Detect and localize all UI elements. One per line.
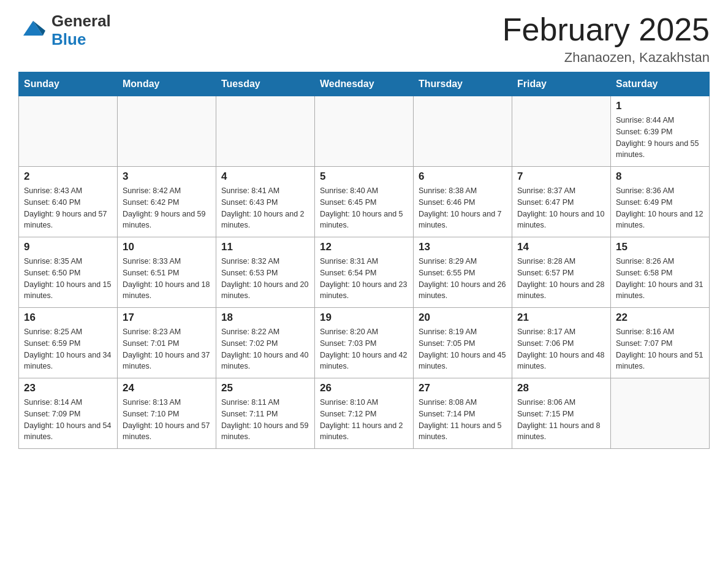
day-info: Sunrise: 8:44 AMSunset: 6:39 PMDaylight:… <box>616 115 704 161</box>
day-number: 3 <box>123 170 211 183</box>
calendar-day <box>19 96 118 167</box>
days-of-week-row: Sunday Monday Tuesday Wednesday Thursday… <box>19 72 710 96</box>
col-sunday: Sunday <box>19 72 118 96</box>
calendar-day: 16Sunrise: 8:25 AMSunset: 6:59 PMDayligh… <box>19 308 118 378</box>
day-number: 25 <box>221 382 309 394</box>
calendar-day: 1Sunrise: 8:44 AMSunset: 6:39 PMDaylight… <box>611 96 710 167</box>
col-thursday: Thursday <box>414 72 512 96</box>
day-info: Sunrise: 8:11 AMSunset: 7:11 PMDaylight:… <box>221 397 309 443</box>
calendar-day: 4Sunrise: 8:41 AMSunset: 6:43 PMDaylight… <box>216 167 315 237</box>
day-number: 23 <box>24 382 112 394</box>
logo: General Blue <box>18 12 111 49</box>
day-info: Sunrise: 8:20 AMSunset: 7:03 PMDaylight:… <box>320 326 408 372</box>
day-number: 21 <box>517 312 605 324</box>
col-wednesday: Wednesday <box>315 72 414 96</box>
logo-blue: Blue <box>51 31 111 49</box>
day-info: Sunrise: 8:35 AMSunset: 6:50 PMDaylight:… <box>24 256 112 302</box>
day-number: 26 <box>320 382 408 394</box>
day-info: Sunrise: 8:29 AMSunset: 6:55 PMDaylight:… <box>419 256 507 302</box>
logo-general: General <box>51 12 111 31</box>
calendar-day: 22Sunrise: 8:16 AMSunset: 7:07 PMDayligh… <box>611 308 710 378</box>
day-info: Sunrise: 8:26 AMSunset: 6:58 PMDaylight:… <box>616 256 704 302</box>
day-info: Sunrise: 8:42 AMSunset: 6:42 PMDaylight:… <box>123 185 211 231</box>
day-number: 8 <box>616 170 704 183</box>
calendar-day: 21Sunrise: 8:17 AMSunset: 7:06 PMDayligh… <box>512 308 611 378</box>
day-number: 22 <box>616 312 704 324</box>
calendar-day: 8Sunrise: 8:36 AMSunset: 6:49 PMDaylight… <box>611 167 710 237</box>
day-info: Sunrise: 8:06 AMSunset: 7:15 PMDaylight:… <box>517 397 605 443</box>
col-tuesday: Tuesday <box>216 72 315 96</box>
day-number: 20 <box>419 312 507 324</box>
calendar-day: 9Sunrise: 8:35 AMSunset: 6:50 PMDaylight… <box>19 237 118 308</box>
day-info: Sunrise: 8:38 AMSunset: 6:46 PMDaylight:… <box>419 185 507 231</box>
day-number: 14 <box>517 241 605 253</box>
day-number: 10 <box>123 241 211 253</box>
day-info: Sunrise: 8:08 AMSunset: 7:14 PMDaylight:… <box>419 397 507 443</box>
calendar-day: 25Sunrise: 8:11 AMSunset: 7:11 PMDayligh… <box>216 378 315 449</box>
day-number: 1 <box>616 100 704 112</box>
day-info: Sunrise: 8:19 AMSunset: 7:05 PMDaylight:… <box>419 326 507 372</box>
calendar-week-2: 9Sunrise: 8:35 AMSunset: 6:50 PMDaylight… <box>19 237 710 308</box>
calendar-week-3: 16Sunrise: 8:25 AMSunset: 6:59 PMDayligh… <box>19 308 710 378</box>
calendar-day: 15Sunrise: 8:26 AMSunset: 6:58 PMDayligh… <box>611 237 710 308</box>
day-info: Sunrise: 8:33 AMSunset: 6:51 PMDaylight:… <box>123 256 211 302</box>
calendar-week-1: 2Sunrise: 8:43 AMSunset: 6:40 PMDaylight… <box>19 167 710 237</box>
calendar-day <box>512 96 611 167</box>
calendar-day: 2Sunrise: 8:43 AMSunset: 6:40 PMDaylight… <box>19 167 118 237</box>
day-info: Sunrise: 8:14 AMSunset: 7:09 PMDaylight:… <box>24 397 112 443</box>
col-friday: Friday <box>512 72 611 96</box>
calendar-table: Sunday Monday Tuesday Wednesday Thursday… <box>18 72 710 449</box>
calendar-day: 28Sunrise: 8:06 AMSunset: 7:15 PMDayligh… <box>512 378 611 449</box>
day-number: 2 <box>24 170 112 183</box>
day-number: 5 <box>320 170 408 183</box>
day-number: 4 <box>221 170 309 183</box>
calendar-day: 6Sunrise: 8:38 AMSunset: 6:46 PMDaylight… <box>414 167 512 237</box>
calendar-week-0: 1Sunrise: 8:44 AMSunset: 6:39 PMDaylight… <box>19 96 710 167</box>
day-info: Sunrise: 8:10 AMSunset: 7:12 PMDaylight:… <box>320 397 408 443</box>
day-number: 13 <box>419 241 507 253</box>
location: Zhanaozen, Kazakhstan <box>502 50 710 66</box>
logo-text: General Blue <box>51 12 111 49</box>
day-number: 24 <box>123 382 211 394</box>
day-info: Sunrise: 8:28 AMSunset: 6:57 PMDaylight:… <box>517 256 605 302</box>
day-number: 16 <box>24 312 112 324</box>
calendar-day <box>414 96 512 167</box>
day-info: Sunrise: 8:37 AMSunset: 6:47 PMDaylight:… <box>517 185 605 231</box>
calendar-day: 3Sunrise: 8:42 AMSunset: 6:42 PMDaylight… <box>118 167 216 237</box>
day-number: 17 <box>123 312 211 324</box>
calendar-day <box>118 96 216 167</box>
calendar-day: 10Sunrise: 8:33 AMSunset: 6:51 PMDayligh… <box>118 237 216 308</box>
month-title: February 2025 <box>502 12 710 47</box>
day-info: Sunrise: 8:25 AMSunset: 6:59 PMDaylight:… <box>24 326 112 372</box>
calendar-day: 26Sunrise: 8:10 AMSunset: 7:12 PMDayligh… <box>315 378 414 449</box>
calendar-day: 20Sunrise: 8:19 AMSunset: 7:05 PMDayligh… <box>414 308 512 378</box>
day-info: Sunrise: 8:22 AMSunset: 7:02 PMDaylight:… <box>221 326 309 372</box>
day-number: 9 <box>24 241 112 253</box>
calendar-day: 23Sunrise: 8:14 AMSunset: 7:09 PMDayligh… <box>19 378 118 449</box>
calendar-week-4: 23Sunrise: 8:14 AMSunset: 7:09 PMDayligh… <box>19 378 710 449</box>
calendar-day: 18Sunrise: 8:22 AMSunset: 7:02 PMDayligh… <box>216 308 315 378</box>
day-info: Sunrise: 8:32 AMSunset: 6:53 PMDaylight:… <box>221 256 309 302</box>
calendar-day: 12Sunrise: 8:31 AMSunset: 6:54 PMDayligh… <box>315 237 414 308</box>
day-info: Sunrise: 8:16 AMSunset: 7:07 PMDaylight:… <box>616 326 704 372</box>
day-info: Sunrise: 8:13 AMSunset: 7:10 PMDaylight:… <box>123 397 211 443</box>
day-number: 28 <box>517 382 605 394</box>
day-info: Sunrise: 8:40 AMSunset: 6:45 PMDaylight:… <box>320 185 408 231</box>
calendar-day: 7Sunrise: 8:37 AMSunset: 6:47 PMDaylight… <box>512 167 611 237</box>
day-number: 6 <box>419 170 507 183</box>
day-info: Sunrise: 8:17 AMSunset: 7:06 PMDaylight:… <box>517 326 605 372</box>
day-number: 18 <box>221 312 309 324</box>
calendar-body: 1Sunrise: 8:44 AMSunset: 6:39 PMDaylight… <box>19 96 710 449</box>
col-monday: Monday <box>118 72 216 96</box>
calendar-day: 24Sunrise: 8:13 AMSunset: 7:10 PMDayligh… <box>118 378 216 449</box>
day-info: Sunrise: 8:36 AMSunset: 6:49 PMDaylight:… <box>616 185 704 231</box>
calendar-header: Sunday Monday Tuesday Wednesday Thursday… <box>19 72 710 96</box>
calendar-day: 13Sunrise: 8:29 AMSunset: 6:55 PMDayligh… <box>414 237 512 308</box>
calendar-day: 5Sunrise: 8:40 AMSunset: 6:45 PMDaylight… <box>315 167 414 237</box>
day-number: 12 <box>320 241 408 253</box>
calendar-day <box>216 96 315 167</box>
title-block: February 2025 Zhanaozen, Kazakhstan <box>502 12 710 66</box>
col-saturday: Saturday <box>611 72 710 96</box>
calendar-day: 17Sunrise: 8:23 AMSunset: 7:01 PMDayligh… <box>118 308 216 378</box>
calendar-day: 19Sunrise: 8:20 AMSunset: 7:03 PMDayligh… <box>315 308 414 378</box>
